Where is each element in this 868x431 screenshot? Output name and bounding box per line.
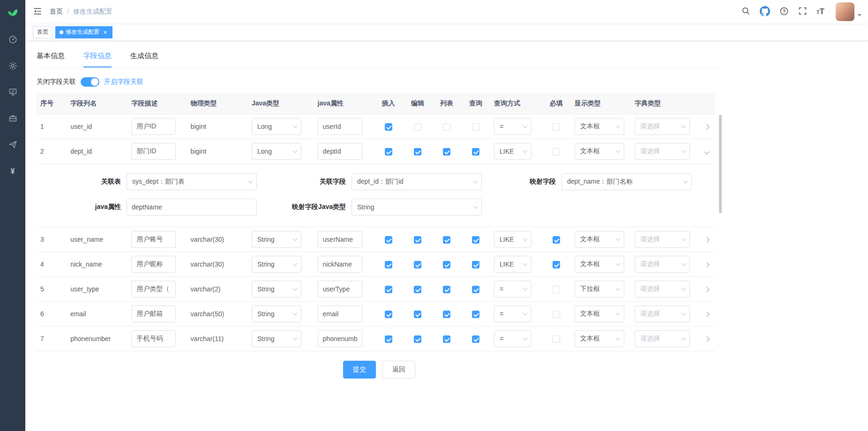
required-checkbox[interactable] <box>553 148 560 156</box>
query-mode-select[interactable]: = <box>494 330 531 347</box>
java-type-select[interactable]: String <box>252 281 301 297</box>
description-input[interactable] <box>131 281 176 297</box>
tag-close-icon[interactable]: × <box>102 29 108 36</box>
expand-row-icon[interactable] <box>704 287 710 292</box>
insert-checkbox[interactable] <box>385 123 392 131</box>
dict-type-select[interactable]: 请选择 <box>635 256 690 273</box>
expand-row-icon[interactable] <box>704 312 710 317</box>
java-property-input[interactable] <box>318 231 362 248</box>
query-mode-select[interactable]: = <box>494 281 531 297</box>
submit-button[interactable]: 提交 <box>343 361 376 379</box>
tab-field-info[interactable]: 字段信息 <box>83 49 112 67</box>
edit-checkbox[interactable] <box>414 335 421 343</box>
java-type-select[interactable]: String <box>252 256 301 273</box>
java-type-select[interactable]: String <box>252 305 301 322</box>
java-property-input[interactable] <box>318 256 362 273</box>
java-type-select[interactable]: Long <box>252 143 301 160</box>
sidebar-item-system[interactable] <box>0 53 25 80</box>
java-property-input[interactable] <box>318 281 362 297</box>
edit-checkbox[interactable] <box>414 261 421 268</box>
tab-basic-info[interactable]: 基本信息 <box>37 49 65 67</box>
expansion-java-property-input[interactable] <box>127 199 257 216</box>
query-mode-select[interactable]: = <box>494 305 531 322</box>
edit-checkbox[interactable] <box>414 286 421 293</box>
expansion-select[interactable]: sys_dept：部门表 <box>127 173 257 190</box>
query-checkbox[interactable] <box>472 123 479 131</box>
display-type-select[interactable]: 文本框 <box>575 118 624 135</box>
description-input[interactable] <box>131 305 176 322</box>
java-type-select[interactable]: Long <box>252 118 301 135</box>
query-mode-select[interactable]: LIKE <box>494 143 531 160</box>
java-property-input[interactable] <box>318 305 362 322</box>
required-checkbox[interactable] <box>553 286 560 293</box>
query-mode-select[interactable]: LIKE <box>494 231 531 248</box>
expansion-select[interactable]: dept_name：部门名称 <box>561 173 692 190</box>
tag-active[interactable]: 修改生成配置× <box>55 26 112 38</box>
breadcrumb-home[interactable]: 首页 <box>50 7 63 16</box>
sidebar-item-monitor[interactable] <box>0 80 25 106</box>
dict-type-select[interactable]: 请选择 <box>635 330 690 347</box>
java-property-input[interactable] <box>318 330 362 347</box>
font-size-button[interactable]: TT <box>812 0 829 23</box>
list-checkbox[interactable] <box>443 261 450 268</box>
sidebar-item-finance[interactable]: ¥ <box>0 158 25 185</box>
query-checkbox[interactable] <box>472 148 479 156</box>
description-input[interactable] <box>131 330 176 347</box>
insert-checkbox[interactable] <box>385 335 392 343</box>
edit-checkbox[interactable] <box>414 148 421 156</box>
query-checkbox[interactable] <box>472 236 479 244</box>
display-type-select[interactable]: 文本框 <box>575 231 624 248</box>
collapse-sidebar-button[interactable] <box>25 0 50 23</box>
edit-checkbox[interactable] <box>414 311 421 318</box>
description-input[interactable] <box>131 256 176 273</box>
sidebar-item-guide[interactable] <box>0 132 25 158</box>
display-type-select[interactable]: 文本框 <box>575 330 624 347</box>
query-checkbox[interactable] <box>472 335 479 343</box>
java-type-select[interactable]: String <box>252 330 301 347</box>
display-type-select[interactable]: 文本框 <box>575 305 624 322</box>
table-scrollbar-thumb[interactable] <box>719 115 722 213</box>
docs-button[interactable]: ? <box>775 0 793 23</box>
display-type-select[interactable]: 文本框 <box>575 143 624 160</box>
expand-row-icon[interactable] <box>704 237 710 242</box>
edit-checkbox[interactable] <box>414 123 421 131</box>
list-checkbox[interactable] <box>443 148 450 156</box>
expand-row-icon[interactable] <box>704 262 710 267</box>
dict-type-select[interactable]: 请选择 <box>635 281 690 297</box>
insert-checkbox[interactable] <box>385 148 392 156</box>
github-button[interactable] <box>755 0 775 23</box>
required-checkbox[interactable] <box>553 123 560 131</box>
user-menu[interactable] <box>836 2 861 21</box>
query-checkbox[interactable] <box>472 261 479 268</box>
tag-item[interactable]: 首页 <box>33 26 52 38</box>
tab-gen-info[interactable]: 生成信息 <box>130 49 158 67</box>
required-checkbox[interactable] <box>553 261 560 268</box>
list-checkbox[interactable] <box>443 236 450 244</box>
dict-type-select[interactable]: 请选择 <box>635 118 690 135</box>
sidebar-item-tool[interactable] <box>0 106 25 132</box>
list-checkbox[interactable] <box>443 123 450 131</box>
query-checkbox[interactable] <box>472 286 479 293</box>
insert-checkbox[interactable] <box>385 236 392 244</box>
java-property-input[interactable] <box>318 118 362 135</box>
java-type-select[interactable]: String <box>252 231 301 248</box>
app-logo[interactable] <box>0 0 25 23</box>
expand-row-icon[interactable] <box>704 124 710 129</box>
insert-checkbox[interactable] <box>385 261 392 268</box>
list-checkbox[interactable] <box>443 286 450 293</box>
query-mode-select[interactable]: LIKE <box>494 256 531 273</box>
query-checkbox[interactable] <box>472 311 479 318</box>
list-checkbox[interactable] <box>443 311 450 318</box>
expand-row-icon[interactable] <box>704 336 710 342</box>
description-input[interactable] <box>131 118 176 135</box>
fullscreen-button[interactable] <box>793 0 812 23</box>
description-input[interactable] <box>131 231 176 248</box>
required-checkbox[interactable] <box>553 335 560 343</box>
back-button[interactable]: 返回 <box>382 361 415 379</box>
dict-type-select[interactable]: 请选择 <box>635 305 690 322</box>
header-search-button[interactable] <box>737 0 755 23</box>
list-checkbox[interactable] <box>443 335 450 343</box>
required-checkbox[interactable] <box>553 311 560 318</box>
relation-toggle-switch[interactable] <box>81 77 99 87</box>
description-input[interactable] <box>131 143 176 160</box>
